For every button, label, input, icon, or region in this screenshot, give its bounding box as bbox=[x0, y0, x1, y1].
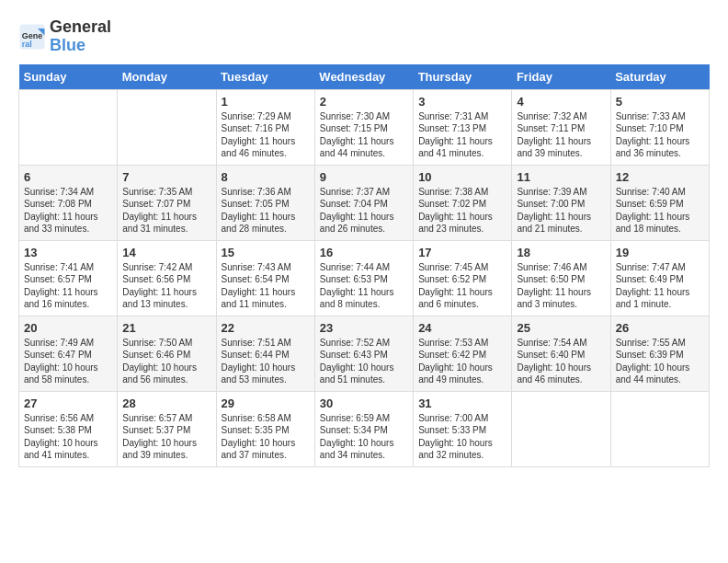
calendar-cell: 2Sunrise: 7:30 AM Sunset: 7:15 PM Daylig… bbox=[314, 89, 413, 165]
day-number: 21 bbox=[122, 321, 210, 335]
calendar-cell: 28Sunrise: 6:57 AM Sunset: 5:37 PM Dayli… bbox=[118, 391, 216, 466]
calendar-cell: 7Sunrise: 7:35 AM Sunset: 7:07 PM Daylig… bbox=[118, 165, 216, 240]
week-row-4: 20Sunrise: 7:49 AM Sunset: 6:47 PM Dayli… bbox=[19, 316, 710, 391]
week-row-2: 6Sunrise: 7:34 AM Sunset: 7:08 PM Daylig… bbox=[19, 165, 710, 240]
day-number: 17 bbox=[418, 246, 506, 259]
calendar-cell: 20Sunrise: 7:49 AM Sunset: 6:47 PM Dayli… bbox=[19, 316, 118, 391]
day-content: Sunrise: 7:36 AM Sunset: 7:05 PM Dayligh… bbox=[222, 186, 310, 236]
calendar-cell: 4Sunrise: 7:32 AM Sunset: 7:11 PM Daylig… bbox=[512, 89, 610, 165]
weekday-header-saturday: Saturday bbox=[610, 64, 709, 90]
day-number: 24 bbox=[418, 321, 506, 335]
calendar-cell: 31Sunrise: 7:00 AM Sunset: 5:33 PM Dayli… bbox=[414, 391, 512, 466]
day-number: 12 bbox=[616, 170, 704, 184]
day-content: Sunrise: 7:47 AM Sunset: 6:49 PM Dayligh… bbox=[616, 261, 704, 311]
logo: Gene ral General Blue bbox=[18, 18, 111, 55]
calendar-table: SundayMondayTuesdayWednesdayThursdayFrid… bbox=[18, 64, 710, 467]
calendar-cell: 12Sunrise: 7:40 AM Sunset: 6:59 PM Dayli… bbox=[610, 165, 709, 240]
calendar-cell bbox=[512, 391, 610, 466]
day-number: 4 bbox=[517, 95, 605, 109]
weekday-header-friday: Friday bbox=[512, 64, 610, 90]
day-number: 19 bbox=[616, 246, 704, 259]
day-content: Sunrise: 7:42 AM Sunset: 6:56 PM Dayligh… bbox=[122, 261, 210, 311]
calendar-cell: 6Sunrise: 7:34 AM Sunset: 7:08 PM Daylig… bbox=[19, 165, 118, 240]
day-number: 15 bbox=[222, 246, 310, 259]
calendar-cell: 19Sunrise: 7:47 AM Sunset: 6:49 PM Dayli… bbox=[610, 240, 709, 316]
day-content: Sunrise: 7:50 AM Sunset: 6:46 PM Dayligh… bbox=[122, 337, 210, 386]
weekday-header-sunday: Sunday bbox=[19, 64, 118, 90]
calendar-cell: 30Sunrise: 6:59 AM Sunset: 5:34 PM Dayli… bbox=[314, 391, 413, 466]
calendar-cell bbox=[19, 89, 118, 165]
calendar-cell bbox=[610, 391, 709, 466]
day-number: 13 bbox=[24, 246, 112, 259]
calendar-cell: 10Sunrise: 7:38 AM Sunset: 7:02 PM Dayli… bbox=[414, 165, 512, 240]
day-content: Sunrise: 7:49 AM Sunset: 6:47 PM Dayligh… bbox=[24, 337, 112, 386]
day-content: Sunrise: 7:53 AM Sunset: 6:42 PM Dayligh… bbox=[418, 337, 506, 386]
calendar-cell: 27Sunrise: 6:56 AM Sunset: 5:38 PM Dayli… bbox=[19, 391, 118, 466]
day-number: 1 bbox=[222, 95, 310, 109]
weekday-header-tuesday: Tuesday bbox=[216, 64, 314, 90]
calendar-cell bbox=[118, 89, 216, 165]
day-content: Sunrise: 7:55 AM Sunset: 6:39 PM Dayligh… bbox=[616, 337, 704, 386]
calendar-cell: 14Sunrise: 7:42 AM Sunset: 6:56 PM Dayli… bbox=[118, 240, 216, 316]
day-content: Sunrise: 7:40 AM Sunset: 6:59 PM Dayligh… bbox=[616, 186, 704, 236]
day-number: 2 bbox=[320, 95, 408, 109]
day-content: Sunrise: 6:56 AM Sunset: 5:38 PM Dayligh… bbox=[24, 412, 112, 462]
week-row-5: 27Sunrise: 6:56 AM Sunset: 5:38 PM Dayli… bbox=[19, 391, 710, 466]
calendar-cell: 29Sunrise: 6:58 AM Sunset: 5:35 PM Dayli… bbox=[216, 391, 314, 466]
day-content: Sunrise: 7:31 AM Sunset: 7:13 PM Dayligh… bbox=[418, 110, 506, 160]
week-row-3: 13Sunrise: 7:41 AM Sunset: 6:57 PM Dayli… bbox=[19, 240, 710, 316]
weekday-header-thursday: Thursday bbox=[414, 64, 512, 90]
day-number: 26 bbox=[616, 321, 704, 335]
day-number: 7 bbox=[122, 170, 210, 184]
day-content: Sunrise: 6:58 AM Sunset: 5:35 PM Dayligh… bbox=[222, 412, 310, 462]
day-number: 10 bbox=[418, 170, 506, 184]
day-number: 20 bbox=[24, 321, 112, 335]
day-number: 9 bbox=[320, 170, 408, 184]
calendar-cell: 26Sunrise: 7:55 AM Sunset: 6:39 PM Dayli… bbox=[610, 316, 709, 391]
day-content: Sunrise: 7:44 AM Sunset: 6:53 PM Dayligh… bbox=[320, 261, 408, 311]
day-number: 18 bbox=[517, 246, 605, 259]
day-content: Sunrise: 7:52 AM Sunset: 6:43 PM Dayligh… bbox=[320, 337, 408, 386]
day-number: 22 bbox=[222, 321, 310, 335]
day-number: 14 bbox=[122, 246, 210, 259]
calendar-cell: 21Sunrise: 7:50 AM Sunset: 6:46 PM Dayli… bbox=[118, 316, 216, 391]
calendar-cell: 23Sunrise: 7:52 AM Sunset: 6:43 PM Dayli… bbox=[314, 316, 413, 391]
weekday-header-monday: Monday bbox=[118, 64, 216, 90]
calendar-cell: 24Sunrise: 7:53 AM Sunset: 6:42 PM Dayli… bbox=[414, 316, 512, 391]
day-content: Sunrise: 7:38 AM Sunset: 7:02 PM Dayligh… bbox=[418, 186, 506, 236]
logo-text: General Blue bbox=[50, 18, 111, 55]
weekday-header-wednesday: Wednesday bbox=[314, 64, 413, 90]
day-content: Sunrise: 7:33 AM Sunset: 7:10 PM Dayligh… bbox=[616, 110, 704, 160]
day-content: Sunrise: 7:51 AM Sunset: 6:44 PM Dayligh… bbox=[222, 337, 310, 386]
day-number: 25 bbox=[517, 321, 605, 335]
calendar-cell: 8Sunrise: 7:36 AM Sunset: 7:05 PM Daylig… bbox=[216, 165, 314, 240]
day-number: 16 bbox=[320, 246, 408, 259]
calendar-cell: 13Sunrise: 7:41 AM Sunset: 6:57 PM Dayli… bbox=[19, 240, 118, 316]
day-number: 8 bbox=[222, 170, 310, 184]
calendar-cell: 15Sunrise: 7:43 AM Sunset: 6:54 PM Dayli… bbox=[216, 240, 314, 316]
calendar-cell: 3Sunrise: 7:31 AM Sunset: 7:13 PM Daylig… bbox=[414, 89, 512, 165]
calendar-cell: 17Sunrise: 7:45 AM Sunset: 6:52 PM Dayli… bbox=[414, 240, 512, 316]
day-content: Sunrise: 7:54 AM Sunset: 6:40 PM Dayligh… bbox=[517, 337, 605, 386]
calendar-cell: 16Sunrise: 7:44 AM Sunset: 6:53 PM Dayli… bbox=[314, 240, 413, 316]
calendar-cell: 18Sunrise: 7:46 AM Sunset: 6:50 PM Dayli… bbox=[512, 240, 610, 316]
day-content: Sunrise: 6:57 AM Sunset: 5:37 PM Dayligh… bbox=[122, 412, 210, 462]
day-number: 31 bbox=[418, 396, 506, 410]
day-number: 27 bbox=[24, 396, 112, 410]
day-content: Sunrise: 7:34 AM Sunset: 7:08 PM Dayligh… bbox=[24, 186, 112, 236]
calendar-cell: 22Sunrise: 7:51 AM Sunset: 6:44 PM Dayli… bbox=[216, 316, 314, 391]
svg-text:ral: ral bbox=[22, 39, 32, 48]
calendar-cell: 25Sunrise: 7:54 AM Sunset: 6:40 PM Dayli… bbox=[512, 316, 610, 391]
calendar-cell: 1Sunrise: 7:29 AM Sunset: 7:16 PM Daylig… bbox=[216, 89, 314, 165]
calendar-cell: 11Sunrise: 7:39 AM Sunset: 7:00 PM Dayli… bbox=[512, 165, 610, 240]
day-number: 6 bbox=[24, 170, 112, 184]
weekday-header-row: SundayMondayTuesdayWednesdayThursdayFrid… bbox=[19, 64, 710, 90]
day-content: Sunrise: 7:39 AM Sunset: 7:00 PM Dayligh… bbox=[517, 186, 605, 236]
day-number: 28 bbox=[122, 396, 210, 410]
day-content: Sunrise: 7:29 AM Sunset: 7:16 PM Dayligh… bbox=[222, 110, 310, 160]
logo-icon: Gene ral bbox=[18, 23, 46, 51]
day-number: 3 bbox=[418, 95, 506, 109]
day-content: Sunrise: 7:00 AM Sunset: 5:33 PM Dayligh… bbox=[418, 412, 506, 462]
day-content: Sunrise: 7:35 AM Sunset: 7:07 PM Dayligh… bbox=[122, 186, 210, 236]
day-content: Sunrise: 6:59 AM Sunset: 5:34 PM Dayligh… bbox=[320, 412, 408, 462]
